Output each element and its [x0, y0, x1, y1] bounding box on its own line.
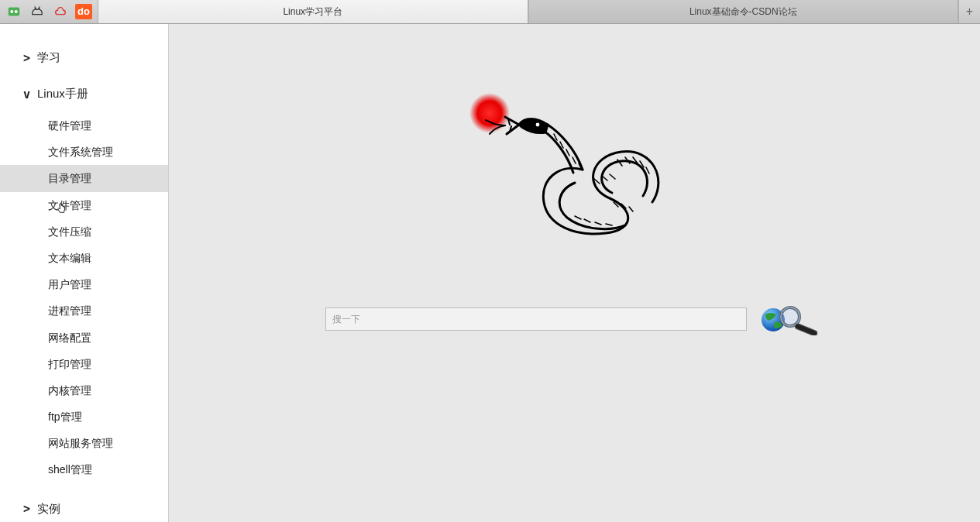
- sidebar-sub-label: 进程管理: [48, 304, 91, 317]
- new-tab-button[interactable]: +: [958, 0, 980, 23]
- sidebar-sub-user[interactable]: 用户管理: [0, 271, 168, 297]
- sidebar-sub-label: 文件压缩: [48, 225, 91, 238]
- sidebar-sub-process[interactable]: 进程管理: [0, 297, 168, 324]
- tab-csdn-forum[interactable]: Linux基础命令-CSDN论坛: [528, 0, 959, 23]
- sidebar-sub-label: 打印管理: [48, 358, 91, 370]
- sidebar-sub-label: 内核管理: [48, 384, 91, 397]
- chevron-right-icon: >: [23, 51, 37, 65]
- extension-icon-do[interactable]: do: [73, 3, 95, 20]
- sidebar-sub-network[interactable]: 网络配置: [0, 325, 168, 351]
- globe-magnifier-icon: [758, 303, 824, 335]
- content-area: : > 学习 v Linux手册 硬件管理 文件系统管理 目录管理 文件管理 文…: [0, 24, 980, 522]
- sidebar-sub-print[interactable]: 打印管理: [0, 351, 168, 377]
- sidebar-item-examples[interactable]: > 实例: [0, 491, 168, 522]
- search-row: [325, 303, 824, 335]
- sidebar-sub-label: 文本编辑: [48, 252, 91, 264]
- extension-icon-1[interactable]: [3, 3, 25, 20]
- tab-label: Linux基础命令-CSDN论坛: [689, 5, 797, 19]
- browser-tab-bar: do Linux学习平台 Linux基础命令-CSDN论坛 +: [0, 0, 980, 24]
- sidebar-item-linux-manual[interactable]: v Linux手册: [0, 76, 168, 112]
- tab-linux-learning[interactable]: Linux学习平台: [98, 0, 528, 23]
- sidebar-sub-kernel[interactable]: 内核管理: [0, 377, 168, 404]
- svg-point-4: [535, 123, 539, 127]
- svg-point-3: [469, 93, 510, 133]
- sidebar-sub-label: 用户管理: [48, 278, 91, 290]
- sidebar-sub-label: 网络配置: [48, 331, 91, 344]
- extension-icon-2[interactable]: [26, 3, 48, 20]
- sidebar-sub-label: 硬件管理: [48, 119, 91, 132]
- search-button[interactable]: [758, 303, 824, 335]
- hero-snake-image: [459, 86, 691, 249]
- sidebar-sub-label: 网站服务管理: [48, 437, 113, 449]
- chevron-right-icon: >: [23, 502, 37, 516]
- sidebar-sub-directory[interactable]: 目录管理: [0, 165, 168, 191]
- sidebar-sub-label: 文件管理: [48, 199, 91, 211]
- tab-icon-group: do: [0, 0, 98, 23]
- sidebar-item-label: 学习: [37, 50, 60, 65]
- sidebar-sub-filesystem[interactable]: 文件系统管理: [0, 139, 168, 165]
- sidebar-sub-label: shell管理: [48, 463, 92, 476]
- svg-rect-0: [9, 8, 19, 16]
- extension-icon-3[interactable]: [50, 3, 71, 20]
- tab-label: Linux学习平台: [283, 5, 342, 19]
- sidebar-sub-hardware[interactable]: 硬件管理: [0, 112, 168, 139]
- svg-point-1: [10, 10, 13, 13]
- chevron-down-icon: v: [23, 88, 37, 101]
- sidebar-sub-file[interactable]: 文件管理: [0, 192, 168, 218]
- sidebar-sub-ftp[interactable]: ftp管理: [0, 404, 168, 430]
- sidebar-sub-label: 目录管理: [48, 172, 91, 184]
- sidebar-sub-label: 文件系统管理: [48, 146, 113, 158]
- sidebar-sub-compress[interactable]: 文件压缩: [0, 218, 168, 245]
- sidebar-sub-label: ftp管理: [48, 410, 82, 423]
- sidebar-sub-website[interactable]: 网站服务管理: [0, 430, 168, 456]
- sidebar-sub-textedit[interactable]: 文本编辑: [0, 245, 168, 271]
- sidebar-item-label: Linux手册: [37, 87, 88, 101]
- svg-point-2: [15, 10, 18, 13]
- sidebar: > 学习 v Linux手册 硬件管理 文件系统管理 目录管理 文件管理 文件压…: [0, 24, 169, 522]
- sidebar-sub-shell[interactable]: shell管理: [0, 456, 168, 483]
- main-panel: [169, 24, 980, 522]
- sidebar-item-label: 实例: [37, 502, 60, 517]
- sidebar-item-learn[interactable]: > 学习: [0, 39, 168, 76]
- do-badge: do: [75, 4, 92, 19]
- search-input[interactable]: [325, 307, 747, 331]
